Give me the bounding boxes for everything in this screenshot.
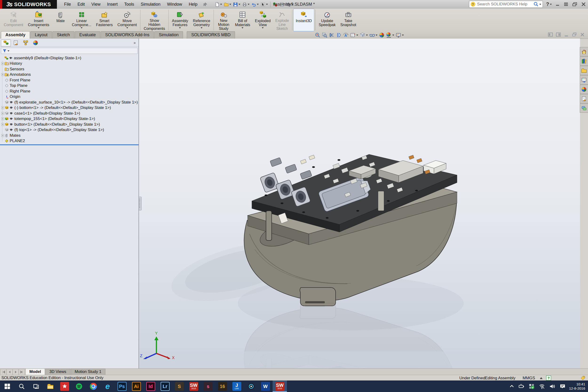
tree-item[interactable]: PLANE2 (0, 138, 138, 144)
expander-icon[interactable] (1, 112, 4, 115)
menu-simulation[interactable]: Simulation (137, 0, 164, 8)
tree-item[interactable]: totempop_155<1> (Default<Display State-1… (0, 116, 138, 122)
taskbar-chrome[interactable] (86, 380, 100, 392)
tree-item[interactable]: Front Plane (0, 78, 138, 83)
explode-line-sketch-button[interactable]: ExplodeLineSketch (273, 9, 291, 31)
home-tab[interactable] (580, 47, 588, 56)
dropdown-icon[interactable] (257, 4, 259, 5)
tree-item[interactable]: (f) top<1> -> (Default<<Default>_Display… (0, 127, 138, 133)
tag-icon[interactable] (581, 376, 585, 380)
new-motion-study-button[interactable]: NewMotionStudy (215, 9, 233, 31)
dropdown-icon[interactable] (238, 4, 240, 5)
tray-sync-status[interactable] (529, 383, 535, 390)
view-palette-tab[interactable] (580, 75, 588, 84)
appearances-tab[interactable] (580, 85, 588, 94)
dropdown-icon[interactable] (201, 27, 202, 28)
tab-motion-study-1[interactable]: Motion Study 1 (71, 368, 105, 375)
linear-compone-button[interactable]: LinearCompone... (69, 9, 94, 31)
dropdown-icon[interactable] (38, 27, 39, 28)
graphics-area[interactable]: Y X Z (139, 38, 580, 368)
menu-edit[interactable]: Edit (74, 0, 88, 8)
tree-item[interactable]: Top Plane (0, 83, 138, 89)
first-tab-button[interactable] (0, 369, 6, 375)
annotation-views-button[interactable] (342, 32, 349, 38)
new-document-button[interactable] (214, 2, 223, 8)
view-settings-button[interactable] (395, 32, 405, 38)
tree-item[interactable]: Origin (0, 94, 138, 100)
tray-action-center[interactable] (560, 383, 566, 390)
tab-model[interactable]: Model (25, 368, 45, 375)
filter-dropdown-icon[interactable] (7, 50, 9, 52)
undo-button[interactable] (250, 2, 260, 8)
tab-layout[interactable]: Layout (30, 31, 52, 38)
tab-assembly[interactable]: Assembly (1, 31, 30, 38)
insert-components-button[interactable]: InsertComponents (26, 9, 52, 31)
dropdown-icon[interactable] (126, 27, 128, 28)
search-icon[interactable] (534, 2, 539, 7)
menu-tools[interactable]: Tools (121, 0, 137, 8)
taskbar-indesign[interactable]: Id (143, 380, 158, 392)
restore-doc-button[interactable] (572, 32, 577, 37)
take-snapshot-button[interactable]: TakeSnapshot (338, 9, 359, 31)
tab-simulation[interactable]: Simulation (154, 31, 183, 38)
print-button[interactable] (241, 2, 250, 8)
close-doc-button[interactable] (580, 32, 585, 37)
custom-properties-tab[interactable] (580, 94, 588, 103)
display-style-button[interactable] (359, 32, 369, 38)
tab-solidworks-mbd[interactable]: SOLIDWORKS MBD (187, 31, 235, 38)
exploded-view-button[interactable]: ExplodedView (253, 9, 273, 31)
dropdown-icon[interactable] (266, 4, 268, 5)
zoom-fit-button[interactable] (314, 32, 321, 38)
status-help-icon[interactable]: ? (546, 376, 551, 380)
tab-solidworks-add-ins[interactable]: SOLIDWORKS Add-Ins (101, 31, 154, 38)
tab-3d-views[interactable]: 3D Views (45, 368, 70, 375)
minimize-button[interactable] (555, 2, 560, 6)
dropdown-icon[interactable] (262, 27, 264, 28)
dropdown-icon[interactable] (356, 34, 358, 36)
last-tab-button[interactable] (19, 369, 25, 375)
tab-evaluate[interactable]: Evaluate (75, 31, 100, 38)
expander-icon[interactable] (1, 106, 4, 109)
prev-tab-button[interactable] (6, 369, 12, 375)
instant3d-button[interactable]: Instant3D (293, 9, 314, 31)
tree-filter[interactable] (1, 48, 138, 54)
design-library-tab[interactable] (580, 56, 588, 66)
menu-help[interactable]: Help (185, 0, 201, 8)
taskbar-slack[interactable]: s (201, 380, 215, 392)
update-speedpak-button[interactable]: UpdateSpeedpak (316, 9, 338, 31)
taskbar-photoshop[interactable]: Ps (115, 380, 129, 392)
save-button[interactable] (232, 2, 241, 8)
dropdown-icon[interactable] (248, 4, 250, 5)
taskbar-clock[interactable]: 10:4112-8-2016 (569, 382, 585, 390)
bill-of-materials-button[interactable]: Bill ofMaterials (233, 9, 253, 31)
previous-view-button[interactable] (328, 32, 335, 38)
taskbar-start[interactable] (0, 380, 14, 392)
dropdown-icon[interactable] (179, 27, 181, 28)
tree-item[interactable]: Sensors (0, 66, 138, 72)
dropdown-icon[interactable] (376, 34, 378, 36)
view-orientation-button[interactable] (349, 32, 359, 38)
search-input[interactable] (477, 2, 534, 7)
dropdown-icon[interactable] (242, 27, 243, 28)
close-button[interactable] (581, 2, 586, 6)
dropdown-icon[interactable] (366, 34, 368, 36)
help-button[interactable]: ? (546, 1, 552, 7)
propertymanager-tab[interactable] (11, 40, 21, 46)
expander-icon[interactable] (1, 123, 4, 126)
move-component-button[interactable]: MoveComponent (115, 9, 139, 31)
taskbar-app-16[interactable]: 16 (215, 380, 230, 392)
tree-item[interactable]: case1<1> (Default<Display State-1>) (0, 110, 138, 116)
panel-chevrons[interactable]: » (134, 41, 138, 45)
file-explorer-tab[interactable] (580, 66, 588, 75)
section-view-button[interactable] (335, 32, 342, 38)
taskbar-word[interactable]: W (258, 380, 273, 392)
edit-component-button[interactable]: EditComponent (1, 9, 26, 31)
pane-right-button[interactable] (556, 32, 561, 37)
restore-button[interactable] (564, 2, 569, 6)
taskbar-edge[interactable]: e (100, 380, 115, 392)
taskbar-task-view[interactable] (29, 380, 43, 392)
dropdown-icon[interactable] (392, 34, 394, 36)
hide-show-items-button[interactable] (369, 32, 378, 38)
mate-button[interactable]: Mate (51, 9, 69, 31)
configurationmanager-tab[interactable] (21, 40, 30, 46)
